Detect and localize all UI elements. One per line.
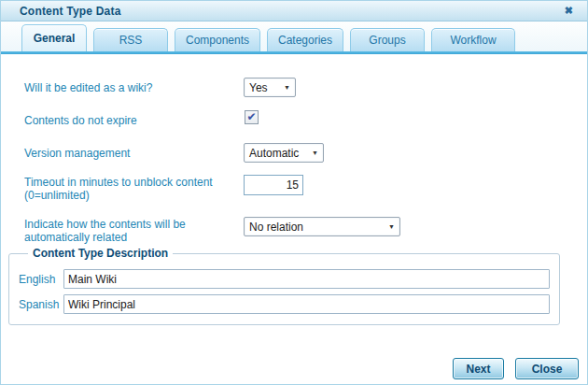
next-button-label: Next <box>466 363 490 376</box>
english-input[interactable] <box>63 269 550 289</box>
close-button-label: Close <box>532 363 563 376</box>
tab-panel-general: Will it be edited as a wiki? Yes ▼ Conte… <box>1 54 587 385</box>
english-label: English <box>19 273 63 286</box>
contents-expire-checkbox[interactable]: ✔ <box>245 110 259 124</box>
tab-bar: General RSS Components Categories Groups… <box>1 21 587 51</box>
content-type-data-dialog: Content Type Data ✖ General RSS Componen… <box>0 0 588 385</box>
spanish-label: Spanish <box>19 298 63 311</box>
checkmark-icon: ✔ <box>246 111 256 122</box>
contents-expire-label: Contents do not expire <box>24 114 228 127</box>
wiki-question-label: Will it be edited as a wiki? <box>24 81 228 94</box>
tab-rss-label: RSS <box>119 34 143 47</box>
spanish-input[interactable] <box>63 294 550 314</box>
close-button[interactable]: Close <box>515 358 579 379</box>
dialog-title: Content Type Data <box>20 5 121 18</box>
dropdown-arrow-icon: ▼ <box>388 223 395 230</box>
tab-categories[interactable]: Categories <box>267 28 343 51</box>
dropdown-arrow-icon: ▼ <box>312 150 318 156</box>
tab-categories-label: Categories <box>278 34 332 47</box>
relation-select[interactable]: No relation ▼ <box>244 217 400 236</box>
tab-rss[interactable]: RSS <box>93 28 168 51</box>
timeout-input[interactable] <box>244 175 303 195</box>
wiki-select-value: Yes <box>249 81 268 94</box>
relation-select-value: No relation <box>249 221 303 234</box>
content-type-description-legend: Content Type Description <box>28 247 173 260</box>
tab-groups-label: Groups <box>369 34 405 47</box>
version-management-label: Version management <box>24 147 228 160</box>
dialog-titlebar: Content Type Data ✖ <box>1 1 587 21</box>
tab-workflow[interactable]: Workflow <box>431 28 515 51</box>
dropdown-arrow-icon: ▼ <box>284 84 290 91</box>
close-icon[interactable]: ✖ <box>562 4 576 18</box>
description-row-spanish: Spanish <box>19 294 550 314</box>
version-management-value: Automatic <box>249 147 299 160</box>
relation-label: Indicate how the contents will be automa… <box>24 218 228 244</box>
tab-components-label: Components <box>186 34 249 47</box>
timeout-label: Timeout in minutes to unblock content (0… <box>24 176 228 202</box>
next-button[interactable]: Next <box>453 358 504 379</box>
tab-general-label: General <box>34 32 76 45</box>
wiki-select[interactable]: Yes ▼ <box>244 78 296 97</box>
tab-components[interactable]: Components <box>175 28 260 51</box>
description-row-english: English <box>19 269 550 289</box>
version-management-select[interactable]: Automatic ▼ <box>244 143 324 163</box>
content-type-description-fieldset: Content Type Description English Spanish <box>8 247 560 325</box>
tab-groups[interactable]: Groups <box>350 28 425 51</box>
tab-workflow-label: Workflow <box>450 34 496 47</box>
tab-general[interactable]: General <box>21 24 87 51</box>
